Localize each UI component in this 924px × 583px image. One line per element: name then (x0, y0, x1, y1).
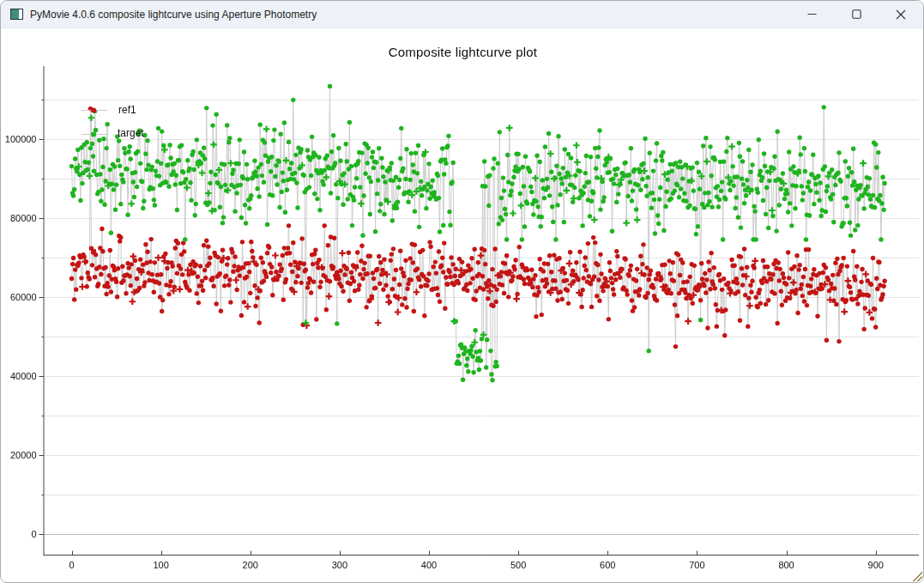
y-tick-label: 0 (3, 529, 37, 539)
y-tick-label: 20000 (3, 450, 37, 460)
legend-ref1-label: ref1 (118, 104, 136, 116)
x-tick-label: 200 (233, 560, 268, 570)
window-controls (789, 1, 923, 27)
x-tick-label: 800 (770, 560, 804, 570)
maximize-icon (852, 9, 861, 19)
x-tick-label: 300 (323, 560, 357, 570)
pymovie-app-icon (10, 9, 23, 20)
minimize-icon (807, 9, 817, 19)
x-tick-label: 900 (859, 560, 893, 570)
y-tick-label: 80000 (3, 213, 37, 223)
x-tick-label: 0 (55, 560, 89, 570)
close-icon (896, 9, 906, 20)
y-tick-label: 100000 (3, 134, 37, 144)
titlebar[interactable]: PyMovie 4.0.6 composite lightcurve using… (1, 1, 923, 28)
lightcurve-plot-canvas[interactable] (1, 28, 924, 583)
resize-grip[interactable] (911, 570, 922, 581)
x-tick-label: 100 (144, 560, 178, 570)
maximize-button[interactable] (834, 1, 879, 27)
y-tick-label: 40000 (3, 371, 37, 381)
y-tick-label: 60000 (3, 292, 37, 302)
close-button[interactable] (879, 1, 923, 27)
x-tick-label: 600 (590, 560, 625, 570)
x-tick-label: 500 (501, 560, 535, 570)
x-tick-label: 400 (412, 560, 446, 570)
x-tick-label: 700 (679, 560, 714, 570)
plot-area: Composite lightcurve plot ref1 target 02… (1, 28, 924, 583)
app-window: PyMovie 4.0.6 composite lightcurve using… (0, 0, 924, 583)
plot-title: Composite lightcurve plot (1, 45, 924, 59)
window-title: PyMovie 4.0.6 composite lightcurve using… (30, 9, 317, 21)
legend-target-label: target (118, 127, 144, 139)
minimize-button[interactable] (789, 1, 834, 27)
